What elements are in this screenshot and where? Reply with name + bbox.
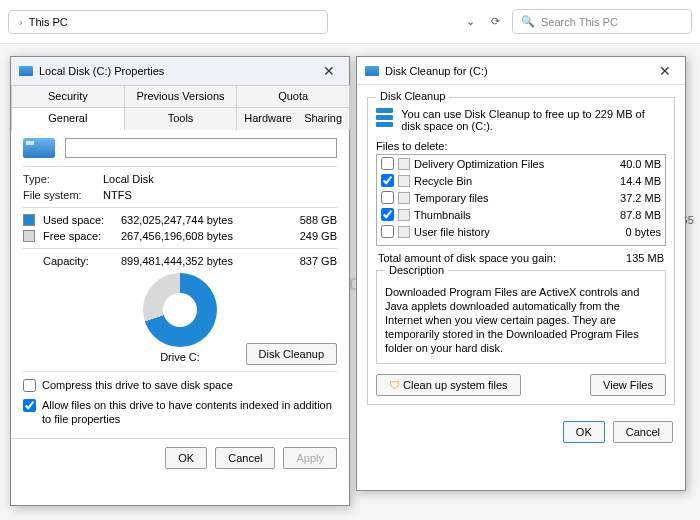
files-to-delete-list[interactable]: Delivery Optimization Files40.0 MBRecycl… (376, 154, 666, 246)
ok-button[interactable]: OK (165, 447, 207, 469)
drive-icon (23, 138, 55, 158)
explorer-toolbar: › This PC ⌄ ⟳ 🔍 Search This PC (0, 0, 700, 44)
drive-name-input[interactable] (65, 138, 337, 158)
type-value: Local Disk (103, 173, 337, 185)
tab-quota[interactable]: Quota (236, 85, 350, 108)
close-icon[interactable]: ✕ (653, 63, 677, 79)
free-swatch-icon (23, 230, 35, 242)
file-list-row[interactable]: Thumbnails87.8 MB (377, 206, 665, 223)
file-icon (398, 175, 410, 187)
properties-title: Local Disk (C:) Properties (39, 65, 164, 77)
drive-caption: Drive C: (160, 351, 200, 363)
disk-icon (19, 66, 33, 76)
cleanup-group: Disk Cleanup You can use Disk Cleanup to… (367, 97, 675, 405)
properties-tabs: Security Previous Versions Quota General… (11, 85, 349, 130)
cleanup-titlebar[interactable]: Disk Cleanup for (C:) ✕ (357, 57, 685, 85)
ok-button[interactable]: OK (563, 421, 605, 443)
cleanup-intro-text: You can use Disk Cleanup to free up to 2… (401, 108, 666, 132)
file-size: 40.0 MB (620, 158, 661, 170)
index-checkbox-row[interactable]: Allow files on this drive to have conten… (23, 398, 337, 426)
disk-cleanup-dialog: Disk Cleanup for (C:) ✕ Disk Cleanup You… (356, 56, 686, 491)
capacity-label: Capacity: (43, 255, 115, 267)
file-size: 87.8 MB (620, 209, 661, 221)
search-icon: 🔍 (521, 15, 535, 28)
file-size: 14.4 MB (620, 175, 661, 187)
tab-previous-versions[interactable]: Previous Versions (124, 85, 238, 108)
free-label: Free space: (43, 230, 115, 242)
files-to-delete-label: Files to delete: (376, 140, 666, 152)
refresh-icon[interactable]: ⟳ (485, 11, 506, 32)
filesystem-label: File system: (23, 189, 103, 201)
shield-icon: 🛡 (389, 379, 400, 391)
description-box: Description Downloaded Program Files are… (376, 270, 666, 364)
disk-icon (365, 66, 379, 76)
chevron-right-icon: › (19, 16, 23, 28)
capacity-gb: 837 GB (300, 255, 337, 267)
tab-security[interactable]: Security (11, 85, 125, 108)
capacity-donut-chart (143, 273, 217, 347)
used-swatch-icon (23, 214, 35, 226)
free-bytes: 267,456,196,608 bytes (121, 230, 294, 242)
compress-checkbox-row[interactable]: Compress this drive to save disk space (23, 378, 337, 392)
file-checkbox[interactable] (381, 191, 394, 204)
tab-tools[interactable]: Tools (124, 107, 238, 130)
used-bytes: 632,025,247,744 bytes (121, 214, 294, 226)
used-gb: 588 GB (300, 214, 337, 226)
file-icon (398, 158, 410, 170)
cleanup-tab-label: Disk Cleanup (376, 90, 449, 102)
properties-dialog: Local Disk (C:) Properties ✕ Security Pr… (10, 56, 350, 506)
file-name: User file history (414, 226, 490, 238)
index-label: Allow files on this drive to have conten… (42, 398, 337, 426)
free-gb: 249 GB (300, 230, 337, 242)
file-checkbox[interactable] (381, 225, 394, 238)
properties-titlebar[interactable]: Local Disk (C:) Properties ✕ (11, 57, 349, 85)
index-checkbox[interactable] (23, 399, 36, 412)
compress-label: Compress this drive to save disk space (42, 378, 233, 392)
description-text: Downloaded Program Files are ActiveX con… (385, 286, 639, 354)
filesystem-value: NTFS (103, 189, 337, 201)
file-checkbox[interactable] (381, 157, 394, 170)
file-name: Thumbnails (414, 209, 471, 221)
cancel-button[interactable]: Cancel (613, 421, 673, 443)
used-label: Used space: (43, 214, 115, 226)
compress-checkbox[interactable] (23, 379, 36, 392)
breadcrumb-location: This PC (29, 16, 68, 28)
file-checkbox[interactable] (381, 174, 394, 187)
tab-hardware-sharing[interactable]: Hardware Sharing (236, 107, 350, 130)
gain-value: 135 MB (626, 252, 664, 264)
file-list-row[interactable]: User file history0 bytes (377, 223, 665, 240)
search-input[interactable]: 🔍 Search This PC (512, 9, 692, 34)
cleanup-icon (376, 108, 393, 130)
file-size: 37.2 MB (620, 192, 661, 204)
type-label: Type: (23, 173, 103, 185)
cleanup-title: Disk Cleanup for (C:) (385, 65, 488, 77)
file-name: Recycle Bin (414, 175, 472, 187)
description-label: Description (385, 263, 448, 277)
address-actions: ⌄ ⟳ (460, 11, 506, 32)
clean-system-files-button[interactable]: 🛡 Clean up system files (376, 374, 521, 396)
file-icon (398, 209, 410, 221)
close-icon[interactable]: ✕ (317, 63, 341, 79)
file-icon (398, 226, 410, 238)
file-name: Delivery Optimization Files (414, 158, 544, 170)
file-checkbox[interactable] (381, 208, 394, 221)
file-list-row[interactable]: Temporary files37.2 MB (377, 189, 665, 206)
file-list-row[interactable]: Delivery Optimization Files40.0 MB (377, 155, 665, 172)
chevron-down-icon[interactable]: ⌄ (460, 11, 481, 32)
search-placeholder: Search This PC (541, 16, 618, 28)
breadcrumb[interactable]: › This PC (8, 10, 328, 34)
file-list-row[interactable]: Recycle Bin14.4 MB (377, 172, 665, 189)
tab-general[interactable]: General (11, 107, 125, 130)
view-files-button[interactable]: View Files (590, 374, 666, 396)
file-icon (398, 192, 410, 204)
apply-button[interactable]: Apply (283, 447, 337, 469)
file-size: 0 bytes (626, 226, 661, 238)
file-name: Temporary files (414, 192, 489, 204)
cancel-button[interactable]: Cancel (215, 447, 275, 469)
capacity-bytes: 899,481,444,352 bytes (121, 255, 294, 267)
